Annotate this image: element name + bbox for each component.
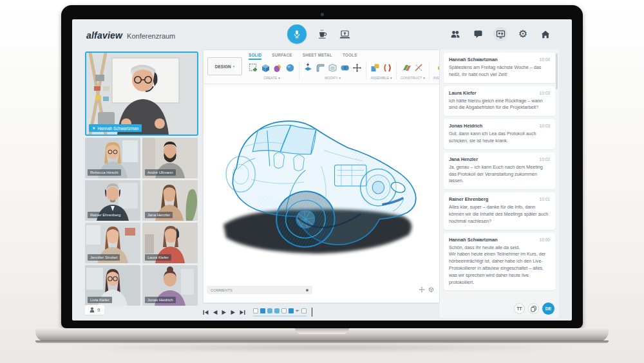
- chat-button[interactable]: [471, 27, 485, 41]
- combine-icon[interactable]: [340, 63, 350, 73]
- sphere-icon[interactable]: [285, 63, 295, 73]
- construct-plane-icon[interactable]: [402, 63, 412, 73]
- participant-tile[interactable]: Jennifer Strobel: [85, 223, 140, 263]
- participant-tile[interactable]: Laura Kiefer: [142, 223, 198, 263]
- laptop-shadow: [58, 344, 586, 351]
- dropdown-caret-icon: ▾: [390, 76, 392, 80]
- cad-icon-row: CREATE▾ MODIFY▾: [245, 61, 439, 83]
- step-forward-icon[interactable]: [231, 310, 236, 315]
- move-icon[interactable]: [352, 63, 362, 73]
- design-dropdown[interactable]: DESIGN▾: [207, 57, 242, 75]
- text-size-button[interactable]: TT: [514, 303, 525, 314]
- chat-icon: [473, 30, 483, 39]
- settings-button[interactable]: ⚙: [516, 27, 530, 41]
- view-tools: [419, 286, 434, 293]
- participants-button[interactable]: [448, 27, 462, 41]
- present-screen-button[interactable]: [493, 27, 507, 41]
- room-title: Konferenzraum: [127, 32, 175, 40]
- chat-panel[interactable]: Hannah Schwartzman10:04 Spätestens am Fr…: [440, 50, 559, 318]
- tab-sheet-metal[interactable]: SHEET METAL: [303, 53, 332, 60]
- skip-to-start-icon[interactable]: [203, 310, 209, 315]
- participant-name-tag: Jana Henzler: [145, 212, 173, 218]
- dropdown-caret-icon: ▾: [339, 76, 341, 80]
- timeline-feature-track[interactable]: ↞: [253, 308, 307, 317]
- new-component-icon[interactable]: [370, 63, 380, 73]
- chat-scrollbar[interactable]: [556, 53, 558, 89]
- tab-tools[interactable]: TOOLS: [343, 53, 357, 60]
- message-text: Ich hätte hierzu gleich eine Rückfrage –…: [449, 98, 550, 112]
- pan-icon[interactable]: [419, 286, 425, 293]
- participant-name-tag: Livia Kiefer: [88, 297, 112, 303]
- message-author: Hannah Schwartzman: [449, 57, 498, 62]
- timeline-sketch-chip[interactable]: [253, 308, 258, 313]
- press-pull-icon[interactable]: [303, 63, 313, 73]
- timeline-sketch-chip[interactable]: [281, 308, 287, 313]
- timeline-fillet-chip[interactable]: [267, 308, 272, 313]
- skip-to-end-icon[interactable]: [240, 310, 245, 315]
- revolve-icon[interactable]: [273, 63, 283, 73]
- break-room-button[interactable]: [317, 28, 328, 40]
- participant-tile[interactable]: Jonas Heidrich: [142, 265, 198, 306]
- message-author: Laura Kiefer: [449, 90, 477, 96]
- group-label[interactable]: INSPECT▾: [433, 76, 439, 80]
- tab-surface[interactable]: SURFACE: [272, 53, 292, 60]
- group-create: CREATE▾: [245, 61, 299, 80]
- comments-bar[interactable]: COMMENTS: [207, 286, 312, 294]
- participant-count-value: 9: [97, 307, 100, 313]
- create-sketch-icon[interactable]: [249, 63, 258, 73]
- comments-label: COMMENTS: [211, 288, 232, 292]
- measure-icon[interactable]: [437, 63, 439, 73]
- participant-tile[interactable]: Jana Henzler: [142, 180, 198, 221]
- message-time: 10:01: [539, 197, 550, 201]
- participant-count[interactable]: 9: [85, 305, 104, 315]
- shell-icon[interactable]: [328, 63, 337, 73]
- group-label[interactable]: ASSEMBLE▾: [370, 76, 392, 80]
- timeline-feature-chip[interactable]: [289, 308, 294, 313]
- extrude-icon[interactable]: [261, 63, 270, 73]
- microphone-button[interactable]: [287, 24, 307, 44]
- joint-icon[interactable]: [383, 63, 392, 73]
- participants-icon: [450, 30, 460, 39]
- group-label[interactable]: CONSTRUCT▾: [401, 76, 425, 80]
- copy-transcript-button[interactable]: [528, 303, 539, 314]
- language-badge[interactable]: DE: [542, 302, 554, 315]
- alfaview-logo: alfaview: [86, 30, 122, 41]
- orbit-cube-icon[interactable]: [428, 286, 434, 293]
- message-text: Gut, dann kann ich Lea das Protokoll auc…: [449, 131, 550, 145]
- timeline-playback-controls: [203, 310, 245, 315]
- group-label[interactable]: MODIFY▾: [325, 76, 341, 80]
- fillet-icon[interactable]: [316, 63, 325, 73]
- timeline-extrude-chip[interactable]: [260, 308, 265, 313]
- message-text: Ja, genau – ich kann Euch nach dem Meeti…: [449, 164, 550, 185]
- participant-grid: Rebecca Hirschi André Ullmann: [85, 138, 198, 306]
- group-label[interactable]: CREATE▾: [263, 76, 280, 80]
- person-icon: [90, 307, 95, 313]
- participant-tile[interactable]: Livia Kiefer: [85, 265, 140, 306]
- participant-tile[interactable]: André Ullmann: [142, 138, 198, 178]
- message-author: Rainer Ehrenberg: [449, 196, 488, 202]
- copy-icon: [531, 306, 536, 312]
- construct-axis-icon[interactable]: [414, 63, 424, 73]
- timeline-rollback-icon[interactable]: ↞: [296, 308, 299, 313]
- chat-message: Hannah Schwartzman10:00 Schön, dass Ihr …: [444, 233, 555, 291]
- message-author: Hannah Schwartzman: [449, 237, 498, 243]
- step-back-icon[interactable]: [213, 310, 218, 315]
- home-button[interactable]: [538, 27, 553, 41]
- screen-share-button[interactable]: [339, 28, 350, 40]
- settings-gear-icon: ⚙: [518, 29, 527, 39]
- chat-message-list: Hannah Schwartzman10:04 Spätestens am Fr…: [440, 50, 559, 293]
- play-icon[interactable]: [222, 310, 227, 315]
- timeline-feature-chip[interactable]: [301, 308, 307, 313]
- active-speaker-tile[interactable]: ★Hannah Schwartzman: [85, 51, 198, 136]
- participant-tile[interactable]: Rebecca Hirschi: [85, 138, 140, 178]
- timeline-marker[interactable]: [312, 308, 313, 317]
- tab-solid[interactable]: SOLID: [249, 53, 261, 60]
- timeline-feature-chip[interactable]: [274, 308, 279, 313]
- participant-name-tag: Jennifer Strobel: [88, 254, 120, 261]
- desktop-background: alfaview Konferenzraum: [0, 0, 644, 363]
- microphone-icon: [292, 30, 301, 39]
- participant-tile[interactable]: Rainer Ehrenberg: [85, 180, 140, 221]
- cad-canvas[interactable]: [204, 84, 439, 283]
- message-text: Schön, dass Ihr heute alle da seid. Wir …: [449, 245, 550, 286]
- participant-name: Hannah Schwartzman: [97, 126, 138, 131]
